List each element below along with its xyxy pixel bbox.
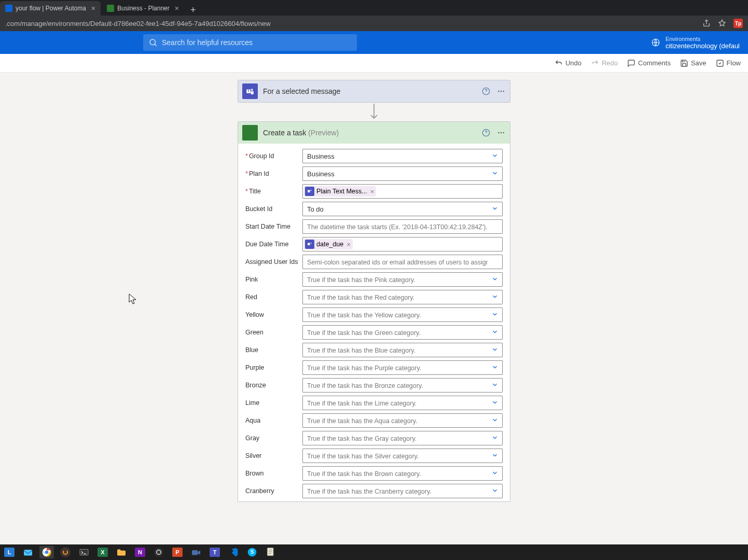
taskbar-powerpoint-icon[interactable]: P [170, 546, 185, 558]
svg-point-22 [155, 548, 163, 557]
silver-input[interactable] [302, 449, 503, 463]
field-row-green: Green [245, 325, 503, 340]
field-row-yellow: Yellow [245, 307, 503, 322]
action-card: Create a task (Preview) *Group Id *Plan … [238, 121, 510, 502]
taskbar-eclipse-icon[interactable] [58, 546, 73, 558]
field-label: Start Date Time [245, 223, 302, 230]
field-control [302, 484, 503, 498]
pink-input[interactable] [302, 272, 503, 287]
token-remove-icon[interactable]: × [347, 241, 351, 248]
bronze-input[interactable] [302, 378, 503, 393]
bucket-id-dropdown[interactable] [302, 202, 503, 216]
tab-close-icon[interactable]: × [175, 4, 179, 12]
due-date-token-field[interactable]: date_due × [302, 237, 503, 251]
extension-icon[interactable]: Tp [733, 19, 743, 28]
svg-rect-21 [80, 549, 88, 555]
field-row-aqua: Aqua [245, 413, 503, 428]
comments-button[interactable]: Comments [627, 59, 671, 67]
designer-toolbar: Undo Redo Comments Save Flow [0, 54, 748, 73]
taskbar-teams-icon[interactable]: T [207, 546, 222, 558]
more-icon[interactable] [496, 129, 506, 137]
flow-canvas[interactable]: T For a selected message Create a task (… [0, 73, 748, 544]
svg-point-0 [150, 39, 156, 45]
help-icon[interactable] [482, 87, 490, 95]
undo-icon [555, 59, 563, 67]
taskbar-chrome-icon[interactable] [39, 546, 54, 558]
field-control [302, 307, 503, 322]
field-label: Blue [245, 346, 302, 354]
yellow-input[interactable] [302, 307, 503, 322]
cranberry-input[interactable] [302, 484, 503, 498]
red-input[interactable] [302, 290, 503, 304]
field-control [302, 449, 503, 463]
taskbar-camera-icon[interactable] [189, 546, 203, 558]
taskbar-explorer-icon[interactable] [114, 546, 129, 558]
field-row-blue: Blue [245, 343, 503, 357]
aqua-input[interactable] [302, 413, 503, 428]
browser-tab-inactive[interactable]: Business - Planner × [102, 1, 184, 16]
field-label: Purple [245, 364, 302, 371]
taskbar-mail-icon[interactable] [21, 546, 35, 558]
redo-button[interactable]: Redo [591, 59, 618, 67]
lime-input[interactable] [302, 396, 503, 410]
tab-close-icon[interactable]: × [91, 4, 95, 12]
taskbar-skype-icon[interactable]: S [245, 546, 259, 558]
search-input[interactable] [143, 34, 357, 51]
dynamic-content-token[interactable]: date_due × [304, 239, 353, 249]
new-tab-button[interactable]: + [185, 5, 201, 16]
purple-input[interactable] [302, 360, 503, 375]
undo-label: Undo [565, 59, 581, 67]
field-control: date_due × [302, 237, 503, 251]
taskbar-onenote-icon[interactable]: N [133, 546, 147, 558]
bookmark-star-icon[interactable] [718, 19, 726, 27]
field-control [302, 202, 503, 216]
taskbar-vscode-icon[interactable] [226, 546, 241, 558]
field-row-brown: Brown [245, 466, 503, 481]
save-label: Save [691, 59, 707, 67]
browser-tab-active[interactable]: your flow | Power Automa × [0, 1, 101, 16]
field-label: Red [245, 293, 302, 301]
brown-input[interactable] [302, 466, 503, 481]
field-label: Yellow [245, 311, 302, 318]
svg-point-7 [498, 91, 500, 92]
tab-favicon-flow [5, 5, 12, 12]
trigger-card: T For a selected message [238, 80, 510, 103]
title-token-field[interactable]: Plain Text Mess... × [302, 184, 503, 199]
address-bar: .com/manage/environments/Default-d786ee0… [0, 16, 748, 31]
field-control [302, 343, 503, 357]
flow-arrow[interactable] [368, 103, 380, 121]
flow-checker-button[interactable]: Flow [716, 59, 741, 67]
svg-point-20 [45, 551, 49, 554]
environment-picker[interactable]: Environments citizentechnology (defaul [651, 36, 740, 50]
group-id-dropdown[interactable] [302, 149, 503, 163]
svg-rect-14 [308, 190, 310, 193]
svg-point-11 [498, 132, 500, 134]
plan-id-dropdown[interactable] [302, 166, 503, 181]
help-icon[interactable] [482, 129, 490, 137]
green-input[interactable] [302, 325, 503, 340]
more-icon[interactable] [496, 87, 506, 95]
taskbar-excel-icon[interactable]: X [95, 546, 110, 558]
field-row-silver: Silver [245, 449, 503, 463]
taskbar-notepad-icon[interactable] [264, 546, 278, 558]
field-control [302, 219, 503, 234]
taskbar-obs-icon[interactable] [151, 546, 166, 558]
environment-label: Environments [666, 36, 740, 42]
taskbar-app-1[interactable]: L [2, 546, 17, 558]
taskbar-terminal-icon[interactable] [77, 546, 91, 558]
blue-input[interactable] [302, 343, 503, 357]
token-remove-icon[interactable]: × [370, 188, 375, 195]
share-icon[interactable] [702, 19, 711, 27]
trigger-header[interactable]: T For a selected message [238, 80, 510, 102]
field-control [302, 272, 503, 287]
gray-input[interactable] [302, 431, 503, 445]
undo-button[interactable]: Undo [555, 59, 581, 67]
url-text[interactable]: .com/manage/environments/Default-d786ee0… [5, 20, 702, 27]
start-date-input[interactable] [302, 219, 503, 234]
dynamic-content-token[interactable]: Plain Text Mess... × [304, 186, 376, 197]
save-button[interactable]: Save [680, 59, 707, 67]
comment-icon [627, 59, 635, 67]
action-header[interactable]: Create a task (Preview) [238, 122, 510, 144]
assigned-users-input[interactable] [302, 255, 503, 269]
environment-name: citizentechnology (defaul [666, 42, 740, 50]
